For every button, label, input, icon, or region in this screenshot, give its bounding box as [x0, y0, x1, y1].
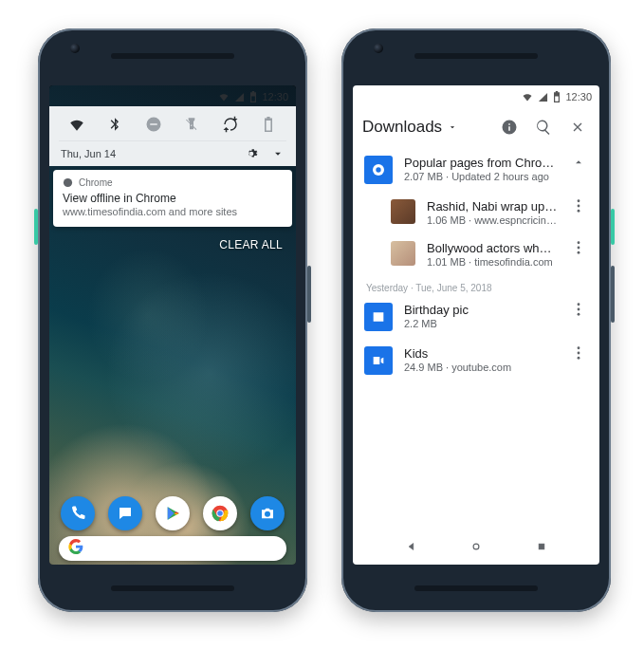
- svg-point-1: [66, 181, 70, 185]
- item-title: Rashid, Nabi wrap up emph…: [427, 199, 558, 214]
- downloads-header: Downloads: [353, 106, 599, 148]
- nav-back-icon[interactable]: [405, 540, 418, 553]
- signal-icon: [538, 92, 548, 102]
- svg-point-25: [473, 544, 479, 549]
- svg-point-12: [376, 167, 380, 172]
- earpiece-speaker: [414, 53, 538, 59]
- phone-device-right: 12:30 Downloads: [341, 28, 611, 612]
- downloads-list: Popular pages from Chrome 2.07 MB · Upda…: [353, 148, 599, 382]
- chrome-app-icon[interactable]: [203, 496, 237, 530]
- item-title: Birthday pic: [404, 303, 558, 317]
- item-subtitle: 1.01 MB · timesofindia.com: [427, 256, 558, 268]
- wifi-icon: [522, 91, 533, 102]
- svg-point-8: [217, 511, 223, 516]
- notification-card[interactable]: Chrome View offline in Chrome www.timeso…: [53, 170, 292, 227]
- bottom-speaker: [414, 585, 538, 591]
- image-file-icon: [364, 303, 393, 331]
- earpiece-speaker: [111, 53, 234, 59]
- camera-app-icon[interactable]: [250, 496, 285, 530]
- item-subtitle: 24.9 MB · youtube.com: [404, 362, 558, 373]
- download-item[interactable]: Birthday pic 2.2 MB: [359, 295, 594, 339]
- group-subtitle: 2.07 MB · Updated 2 hours ago: [404, 171, 558, 182]
- svg-point-23: [578, 352, 580, 355]
- messages-app-icon[interactable]: [108, 496, 142, 530]
- item-overflow-icon[interactable]: [569, 199, 588, 213]
- group-title: Popular pages from Chrome: [404, 156, 558, 170]
- download-item[interactable]: Rashid, Nabi wrap up emph… 1.06 MB · www…: [359, 192, 594, 233]
- collapse-chevron-up-icon[interactable]: [569, 156, 588, 169]
- item-subtitle: 1.06 MB · www.espncricinfo.com: [427, 214, 558, 226]
- svg-point-13: [578, 199, 580, 202]
- svg-point-21: [578, 313, 580, 316]
- page-thumbnail: [391, 199, 415, 224]
- svg-point-14: [578, 205, 580, 208]
- battery-icon: [249, 91, 257, 102]
- wifi-icon: [218, 91, 230, 102]
- chrome-icon: [63, 177, 73, 188]
- svg-point-22: [578, 346, 580, 349]
- download-item[interactable]: Bollywood actors who are d… 1.01 MB · ti…: [359, 233, 594, 275]
- nav-back-icon[interactable]: [101, 542, 115, 555]
- quick-settings-panel: Thu, Jun 14: [49, 106, 296, 166]
- search-icon[interactable]: [531, 119, 556, 136]
- item-subtitle: 2.2 MB: [404, 318, 558, 329]
- battery-icon: [553, 91, 561, 102]
- status-clock: 12:30: [262, 91, 288, 102]
- status-bar: 12:30: [49, 85, 296, 106]
- android-nav-bar: [49, 534, 296, 563]
- info-icon[interactable]: [497, 119, 522, 136]
- nav-home-icon[interactable]: [166, 542, 179, 555]
- volume-button[interactable]: [611, 266, 615, 323]
- downloads-title-dropdown[interactable]: Downloads: [362, 118, 457, 137]
- android-nav-bar: [353, 532, 599, 561]
- svg-point-9: [170, 546, 175, 551]
- notification-subtitle: www.timesofindia.com and more sites: [63, 206, 283, 217]
- item-overflow-icon[interactable]: [569, 346, 588, 360]
- svg-rect-10: [235, 546, 241, 551]
- svg-rect-26: [539, 544, 544, 549]
- dropdown-caret-icon: [448, 122, 457, 132]
- wifi-toggle-icon[interactable]: [63, 116, 91, 133]
- item-title: Bollywood actors who are d…: [427, 241, 558, 255]
- settings-gear-icon[interactable]: [245, 147, 258, 160]
- expand-chevron-down-icon[interactable]: [271, 147, 285, 160]
- front-camera: [374, 44, 383, 53]
- bluetooth-toggle-icon[interactable]: [101, 117, 129, 132]
- status-clock: 12:30: [565, 91, 592, 102]
- status-bar: 12:30: [353, 85, 599, 106]
- download-group-chrome[interactable]: Popular pages from Chrome 2.07 MB · Upda…: [359, 148, 594, 192]
- dnd-toggle-icon[interactable]: [139, 116, 168, 133]
- svg-point-24: [578, 357, 580, 360]
- svg-point-20: [578, 308, 580, 311]
- power-button[interactable]: [34, 209, 38, 245]
- page-thumbnail: [391, 241, 415, 266]
- flashlight-toggle-icon[interactable]: [177, 117, 206, 132]
- nav-recents-icon[interactable]: [231, 542, 245, 555]
- play-store-icon[interactable]: [156, 496, 190, 530]
- nav-home-icon[interactable]: [469, 540, 483, 553]
- clear-all-button[interactable]: CLEAR ALL: [49, 227, 296, 251]
- date-divider: Yesterday · Tue, June 5, 2018: [359, 275, 594, 295]
- item-overflow-icon[interactable]: [569, 303, 588, 316]
- svg-point-16: [578, 241, 580, 244]
- home-dock: [49, 496, 296, 530]
- downloads-title: Downloads: [362, 118, 442, 137]
- rotation-toggle-icon[interactable]: [216, 116, 245, 133]
- download-item[interactable]: Kids 24.9 MB · youtube.com: [359, 339, 594, 382]
- phone-app-icon[interactable]: [61, 496, 95, 530]
- svg-point-18: [578, 251, 580, 254]
- notification-title: View offline in Chrome: [63, 192, 283, 205]
- volume-button[interactable]: [307, 266, 311, 323]
- screen-right: 12:30 Downloads: [353, 85, 599, 565]
- signal-icon: [234, 92, 245, 102]
- bottom-speaker: [111, 585, 234, 591]
- nav-recents-icon[interactable]: [535, 540, 548, 553]
- quick-settings-date: Thu, Jun 14: [61, 148, 116, 159]
- battery-toggle-icon[interactable]: [254, 117, 283, 132]
- item-overflow-icon[interactable]: [569, 241, 588, 254]
- notification-app-label: Chrome: [79, 177, 113, 188]
- screen-left: 12:30: [49, 85, 296, 565]
- phone-device-left: 12:30: [38, 28, 307, 612]
- close-icon[interactable]: [565, 120, 590, 135]
- power-button[interactable]: [611, 209, 615, 245]
